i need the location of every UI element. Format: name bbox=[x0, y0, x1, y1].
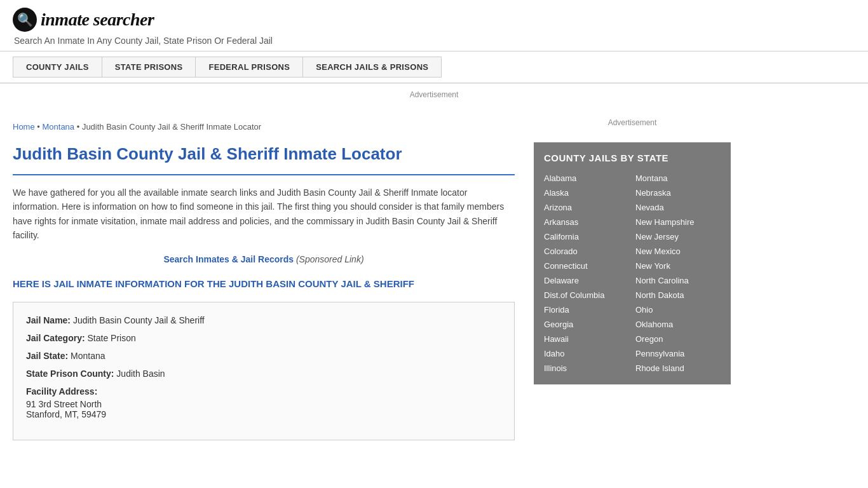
state-link-col1[interactable]: Connecticut bbox=[544, 260, 629, 272]
nav-search-jails[interactable]: SEARCH JAILS & PRISONS bbox=[302, 57, 442, 78]
jail-section-heading: HERE IS JAIL INMATE INFORMATION FOR THE … bbox=[13, 277, 515, 290]
nav-bar: COUNTY JAILS STATE PRISONS FEDERAL PRISO… bbox=[0, 51, 868, 83]
jail-county-value: Judith Basin bbox=[116, 369, 165, 379]
state-link-col2[interactable]: New Jersey bbox=[635, 231, 721, 243]
jail-county-row: State Prison County: Judith Basin bbox=[26, 369, 501, 379]
logo-area: 🔍 inmate searcher bbox=[13, 8, 855, 32]
address-line2: Stanford, MT, 59479 bbox=[26, 409, 501, 419]
state-link-col2[interactable]: Oklahoma bbox=[635, 318, 721, 330]
state-link-col1[interactable]: California bbox=[544, 231, 629, 243]
state-link-col1[interactable]: Georgia bbox=[544, 318, 629, 330]
state-link-col1[interactable]: Florida bbox=[544, 304, 629, 316]
state-link-col1[interactable]: Illinois bbox=[544, 362, 629, 374]
state-link-col2[interactable]: New York bbox=[635, 260, 721, 272]
sidebar: Advertisement COUNTY JAILS BY STATE Alab… bbox=[534, 112, 731, 440]
logo-text: inmate searcher bbox=[41, 10, 154, 30]
jail-address-lines: 91 3rd Street North Stanford, MT, 59479 bbox=[26, 399, 501, 419]
jail-category-label: Jail Category: bbox=[26, 333, 85, 343]
search-inmates-link[interactable]: Search Inmates & Jail Records bbox=[163, 254, 294, 264]
state-link-col2[interactable]: Nebraska bbox=[635, 187, 721, 199]
jail-state-row: Jail State: Montana bbox=[26, 351, 501, 361]
sidebar-ad: Advertisement bbox=[534, 112, 731, 137]
state-link-col1[interactable]: Alaska bbox=[544, 187, 629, 199]
description: We have gathered for you all the availab… bbox=[13, 186, 515, 243]
state-link-col2[interactable]: Montana bbox=[635, 172, 721, 184]
jail-address-row: Facility Address: 91 3rd Street North St… bbox=[26, 386, 501, 419]
state-link-col2[interactable]: Nevada bbox=[635, 201, 721, 214]
state-link-col1[interactable]: Arizona bbox=[544, 201, 629, 214]
jail-name-label: Jail Name: bbox=[26, 315, 71, 325]
ad-banner-top: Advertisement bbox=[0, 83, 868, 105]
breadcrumb: Home • Montana • Judith Basin County Jai… bbox=[13, 112, 515, 138]
states-grid: AlabamaMontanaAlaskaNebraskaArizonaNevad… bbox=[544, 172, 721, 374]
state-link-col1[interactable]: Delaware bbox=[544, 274, 629, 287]
jail-address-label: Facility Address: bbox=[26, 386, 501, 396]
jail-name-value: Judith Basin County Jail & Sheriff bbox=[73, 315, 205, 325]
state-link-col2[interactable]: New Hampshire bbox=[635, 216, 721, 228]
breadcrumb-home[interactable]: Home bbox=[13, 122, 35, 132]
state-link-col2[interactable]: Rhode Island bbox=[635, 362, 721, 374]
state-link-col2[interactable]: Pennsylvania bbox=[635, 348, 721, 360]
jail-county-label: State Prison County: bbox=[26, 369, 114, 379]
state-link-col1[interactable]: Hawaii bbox=[544, 333, 629, 345]
state-link-col2[interactable]: North Carolina bbox=[635, 274, 721, 287]
jail-info-box: Jail Name: Judith Basin County Jail & Sh… bbox=[13, 302, 515, 440]
state-link-col1[interactable]: Arkansas bbox=[544, 216, 629, 228]
jail-name-row: Jail Name: Judith Basin County Jail & Sh… bbox=[26, 315, 501, 325]
state-link-col2[interactable]: Ohio bbox=[635, 304, 721, 316]
state-link-col1[interactable]: Dist.of Columbia bbox=[544, 289, 629, 301]
jail-state-label: Jail State: bbox=[26, 351, 68, 361]
sponsored-label: (Sponsored Link) bbox=[296, 254, 364, 264]
content-wrapper: Home • Montana • Judith Basin County Jai… bbox=[0, 112, 868, 440]
county-jails-box: COUNTY JAILS BY STATE AlabamaMontanaAlas… bbox=[534, 142, 731, 384]
tagline: Search An Inmate In Any County Jail, Sta… bbox=[14, 36, 855, 46]
nav-county-jails[interactable]: COUNTY JAILS bbox=[13, 57, 102, 78]
state-link-col2[interactable]: Oregon bbox=[635, 333, 721, 345]
state-link-col1[interactable]: Alabama bbox=[544, 172, 629, 184]
breadcrumb-state[interactable]: Montana bbox=[42, 122, 74, 132]
jail-state-value: Montana bbox=[71, 351, 105, 361]
logo-searcher: searcher bbox=[93, 10, 154, 29]
header: 🔍 inmate searcher Search An Inmate In An… bbox=[0, 0, 868, 51]
search-link-area: Search Inmates & Jail Records (Sponsored… bbox=[13, 254, 515, 264]
address-line1: 91 3rd Street North bbox=[26, 399, 501, 409]
page-title: Judith Basin County Jail & Sheriff Inmat… bbox=[13, 138, 515, 175]
breadcrumb-current: Judith Basin County Jail & Sheriff Inmat… bbox=[82, 122, 261, 132]
state-link-col1[interactable]: Colorado bbox=[544, 245, 629, 257]
logo-inmate: inmate bbox=[41, 10, 89, 29]
nav-federal-prisons[interactable]: FEDERAL PRISONS bbox=[195, 57, 303, 78]
logo-icon: 🔍 bbox=[13, 8, 37, 32]
main-content: Home • Montana • Judith Basin County Jai… bbox=[13, 112, 534, 440]
jail-category-row: Jail Category: State Prison bbox=[26, 333, 501, 343]
nav-state-prisons[interactable]: STATE PRISONS bbox=[102, 57, 196, 78]
jail-category-value: State Prison bbox=[87, 333, 135, 343]
state-link-col2[interactable]: New Mexico bbox=[635, 245, 721, 257]
county-jails-title: COUNTY JAILS BY STATE bbox=[544, 152, 721, 163]
state-link-col2[interactable]: North Dakota bbox=[635, 289, 721, 301]
state-link-col1[interactable]: Idaho bbox=[544, 348, 629, 360]
